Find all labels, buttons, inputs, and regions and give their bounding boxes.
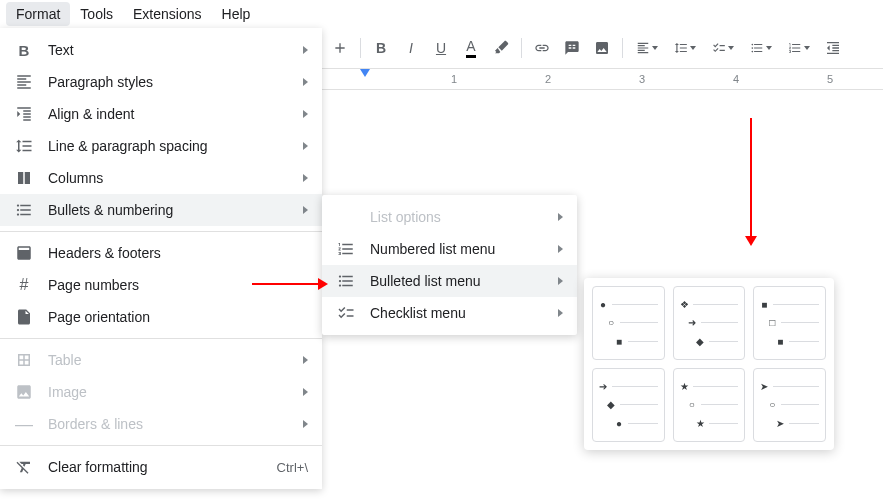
format-menu-item-text[interactable]: BText bbox=[0, 34, 322, 66]
ruler-indent-marker[interactable] bbox=[360, 69, 370, 77]
format-menu-item-bullets-numbering[interactable]: Bullets & numbering bbox=[0, 194, 322, 226]
line-spacing-button[interactable] bbox=[667, 34, 703, 62]
bullet-preview-row: ● bbox=[599, 299, 658, 310]
bullet-preview-line bbox=[701, 322, 739, 323]
format-menu-item-clear-formatting[interactable]: Clear formattingCtrl+\ bbox=[0, 451, 322, 483]
bullet-preview-line bbox=[620, 404, 658, 405]
bullet-style-option-3[interactable]: ■□■ bbox=[753, 286, 826, 360]
text-color-button[interactable]: A bbox=[457, 34, 485, 62]
bullet-preview-row: ➔ bbox=[599, 381, 658, 392]
submenu-item-label: Bulleted list menu bbox=[370, 273, 558, 289]
bold-button[interactable]: B bbox=[367, 34, 395, 62]
bullet-symbol: ◆ bbox=[607, 399, 615, 410]
bullet-preview-line bbox=[693, 304, 739, 305]
format-menu-item-label: Page numbers bbox=[48, 277, 308, 293]
bullet-symbol: ➔ bbox=[599, 381, 607, 392]
format-menu-item-label: Line & paragraph spacing bbox=[48, 138, 303, 154]
ruler-tick: 3 bbox=[639, 73, 645, 85]
ruler: 1 2 3 4 5 bbox=[322, 68, 883, 90]
bullet-preview-line bbox=[628, 341, 658, 342]
bullet-style-option-4[interactable]: ➔◆● bbox=[592, 368, 665, 442]
bullet-preview-row: ◆ bbox=[696, 336, 739, 347]
format-menu-item-columns[interactable]: Columns bbox=[0, 162, 322, 194]
bullet-preview-line bbox=[628, 423, 658, 424]
bullet-preview-line bbox=[789, 341, 819, 342]
format-menu-item-label: Clear formatting bbox=[48, 459, 277, 475]
submenu-item-numbered-list-menu[interactable]: Numbered list menu bbox=[322, 233, 577, 265]
submenu-arrow-icon bbox=[303, 142, 308, 150]
bullet-symbol: ❖ bbox=[680, 299, 688, 310]
numbered-icon bbox=[336, 239, 356, 259]
submenu-item-label: Numbered list menu bbox=[370, 241, 558, 257]
bullet-preview-row: ➜ bbox=[688, 317, 739, 328]
ruler-tick: 2 bbox=[545, 73, 551, 85]
bullet-symbol: ➤ bbox=[776, 418, 784, 429]
bullet-preview-row: ● bbox=[615, 418, 658, 429]
bullet-preview-row: ○ bbox=[688, 399, 739, 410]
format-menu-item-label: Headers & footers bbox=[48, 245, 308, 261]
format-menu-item-label: Image bbox=[48, 384, 303, 400]
bullet-preview-row: □ bbox=[768, 317, 819, 328]
bullet-preview-line bbox=[612, 304, 658, 305]
bullets-icon bbox=[14, 200, 34, 220]
columns-icon bbox=[14, 168, 34, 188]
align-button[interactable] bbox=[629, 34, 665, 62]
bullet-preview-row: ❖ bbox=[680, 299, 739, 310]
submenu-item-label: List options bbox=[370, 209, 558, 225]
bullet-preview-row: ➤ bbox=[760, 381, 819, 392]
bullet-symbol: ○ bbox=[607, 317, 615, 328]
submenu-arrow-icon bbox=[303, 78, 308, 86]
submenu-item-list-options: List options bbox=[322, 201, 577, 233]
bullet-style-option-1[interactable]: ●○■ bbox=[592, 286, 665, 360]
format-menu-item-table: Table bbox=[0, 344, 322, 376]
format-menu-item-label: Align & indent bbox=[48, 106, 303, 122]
bullet-symbol: ● bbox=[599, 299, 607, 310]
blank-icon bbox=[336, 207, 356, 227]
submenu-arrow-icon bbox=[303, 46, 308, 54]
menubar-help[interactable]: Help bbox=[212, 2, 261, 26]
format-menu-item-page-numbers[interactable]: #Page numbers bbox=[0, 269, 322, 301]
format-menu-item-align-indent[interactable]: Align & indent bbox=[0, 98, 322, 130]
toolbar-add-button[interactable] bbox=[326, 34, 354, 62]
highlight-button[interactable] bbox=[487, 34, 515, 62]
comment-button[interactable] bbox=[558, 34, 586, 62]
bullet-preview-line bbox=[781, 404, 819, 405]
bulleted-list-button[interactable] bbox=[743, 34, 779, 62]
bullet-style-option-5[interactable]: ★○★ bbox=[673, 368, 746, 442]
bullet-symbol: ■ bbox=[776, 336, 784, 347]
menubar-tools[interactable]: Tools bbox=[70, 2, 123, 26]
image-button[interactable] bbox=[588, 34, 616, 62]
format-menu-item-paragraph-styles[interactable]: Paragraph styles bbox=[0, 66, 322, 98]
bullet-preview-row: ○ bbox=[768, 399, 819, 410]
submenu-item-checklist-menu[interactable]: Checklist menu bbox=[322, 297, 577, 329]
bullet-preview-line bbox=[789, 423, 819, 424]
menubar-format[interactable]: Format bbox=[6, 2, 70, 26]
checklist-button[interactable] bbox=[705, 34, 741, 62]
submenu-arrow-icon bbox=[558, 213, 563, 221]
format-menu-item-page-orientation[interactable]: Page orientation bbox=[0, 301, 322, 333]
numbered-list-button[interactable] bbox=[781, 34, 817, 62]
bullet-preview-line bbox=[709, 423, 739, 424]
indent-decrease-button[interactable] bbox=[819, 34, 847, 62]
borders-icon: — bbox=[14, 414, 34, 434]
bullet-symbol: ★ bbox=[696, 418, 704, 429]
submenu-arrow-icon bbox=[303, 420, 308, 428]
italic-button[interactable]: I bbox=[397, 34, 425, 62]
format-menu-item-headers-footers[interactable]: Headers & footers bbox=[0, 237, 322, 269]
format-menu-item-image: Image bbox=[0, 376, 322, 408]
format-menu-item-label: Table bbox=[48, 352, 303, 368]
header-icon bbox=[14, 243, 34, 263]
underline-button[interactable]: U bbox=[427, 34, 455, 62]
bullet-style-option-6[interactable]: ➤○➤ bbox=[753, 368, 826, 442]
submenu-arrow-icon bbox=[558, 245, 563, 253]
menubar-extensions[interactable]: Extensions bbox=[123, 2, 211, 26]
bullet-style-option-2[interactable]: ❖➜◆ bbox=[673, 286, 746, 360]
table-icon bbox=[14, 350, 34, 370]
submenu-item-bulleted-list-menu[interactable]: Bulleted list menu bbox=[322, 265, 577, 297]
bullet-preview-row: ■ bbox=[760, 299, 819, 310]
link-button[interactable] bbox=[528, 34, 556, 62]
bullet-symbol: ● bbox=[615, 418, 623, 429]
bullet-preview-line bbox=[701, 404, 739, 405]
spacing-icon bbox=[14, 136, 34, 156]
format-menu-item-line-paragraph-spacing[interactable]: Line & paragraph spacing bbox=[0, 130, 322, 162]
